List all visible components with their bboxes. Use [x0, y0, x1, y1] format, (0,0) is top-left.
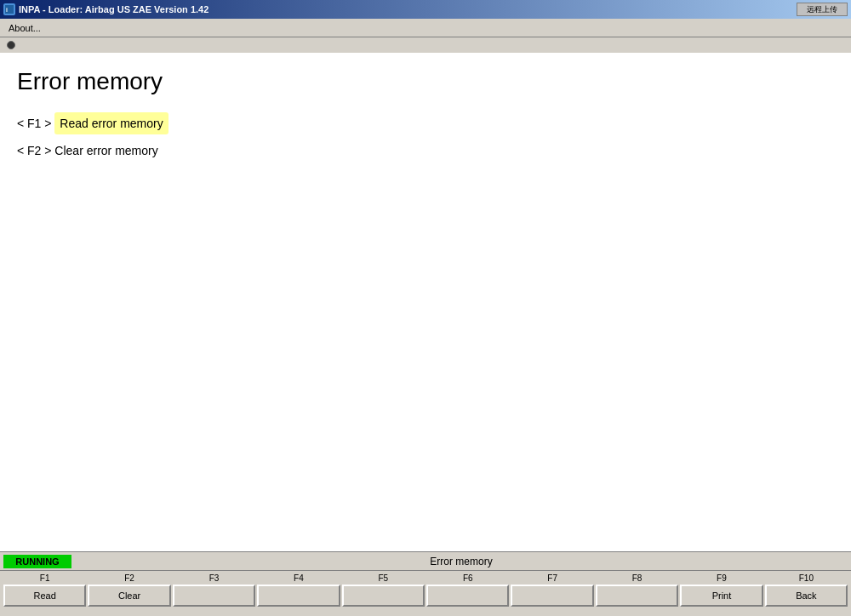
- status-bar: RUNNING Error memory: [0, 551, 851, 570]
- app-icon: i: [3, 3, 15, 15]
- upload-button[interactable]: 远程上传: [797, 3, 848, 16]
- fkey-bar: F1ReadF2ClearF3F4F5F6F7F8F9PrintF10Back: [0, 570, 851, 616]
- fkey-group-f9: F9Print: [680, 573, 762, 607]
- about-menu[interactable]: About...: [3, 21, 46, 35]
- running-badge: RUNNING: [3, 555, 71, 568]
- title-text: i INPA - Loader: Airbag US ZAE Version 1…: [3, 3, 208, 15]
- fkey-btn-f7: [511, 585, 593, 607]
- title-controls: 远程上传: [797, 3, 848, 16]
- fkey-btn-f3: [173, 585, 255, 607]
- fkey-label-f10: F10: [799, 573, 814, 585]
- fkey-btn-f10[interactable]: Back: [765, 585, 848, 607]
- svg-text:i: i: [6, 7, 8, 13]
- fkey-btn-f6: [426, 585, 509, 607]
- fkey-label-f9: F9: [717, 573, 727, 585]
- page-title: Error memory: [17, 68, 834, 95]
- title-bar: i INPA - Loader: Airbag US ZAE Version 1…: [0, 0, 851, 19]
- fkey-btn-f1[interactable]: Read: [3, 585, 86, 607]
- fkey-group-f5: F5: [342, 573, 425, 607]
- menu-line-f2[interactable]: < F2 > Clear error memory: [17, 141, 834, 160]
- main-content: Error memory < F1 > Read error memory < …: [0, 53, 851, 311]
- menu-line-f1[interactable]: < F1 > Read error memory: [17, 112, 834, 134]
- f1-key-label: < F1 >: [17, 117, 54, 130]
- fkey-label-f6: F6: [463, 573, 473, 585]
- fkey-btn-f4: [257, 585, 340, 607]
- fkey-group-f6: F6: [426, 573, 509, 607]
- fkey-group-f1: F1Read: [3, 573, 86, 607]
- fkey-label-f1: F1: [40, 573, 50, 585]
- fkey-label-f2: F2: [124, 573, 134, 585]
- fkey-group-f8: F8: [596, 573, 678, 607]
- fkey-group-f3: F3: [173, 573, 255, 607]
- fkey-btn-f2[interactable]: Clear: [88, 585, 170, 607]
- fkey-group-f7: F7: [511, 573, 593, 607]
- fkey-label-f7: F7: [547, 573, 557, 585]
- fkey-group-f4: F4: [257, 573, 340, 607]
- f1-action: Read error memory: [54, 112, 168, 134]
- fkey-btn-f5: [342, 585, 425, 607]
- fkey-btn-f8: [596, 585, 678, 607]
- status-indicator: [7, 41, 15, 49]
- fkey-label-f3: F3: [209, 573, 220, 585]
- menu-bar: About...: [0, 19, 851, 37]
- fkey-group-f10: F10Back: [765, 573, 848, 607]
- f2-action: Clear error memory: [54, 144, 157, 157]
- fkey-label-f5: F5: [378, 573, 388, 585]
- status-label: Error memory: [75, 556, 848, 568]
- indicator-row: [0, 37, 851, 53]
- fkey-group-f2: F2Clear: [88, 573, 170, 607]
- fkey-label-f4: F4: [294, 573, 304, 585]
- f2-key-label: < F2 >: [17, 144, 54, 157]
- fkey-label-f8: F8: [632, 573, 643, 585]
- fkey-btn-f9[interactable]: Print: [680, 585, 762, 607]
